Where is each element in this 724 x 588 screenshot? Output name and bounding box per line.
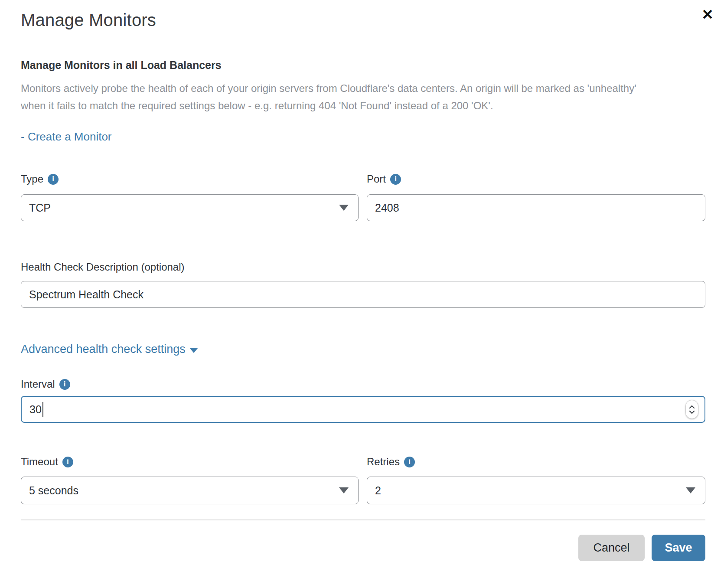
info-icon[interactable]: i <box>404 457 415 467</box>
advanced-settings-label: Advanced health check settings <box>21 343 186 356</box>
interval-label: Interval <box>21 378 55 390</box>
type-label-row: Type i <box>21 173 59 185</box>
interval-label-row: Interval i <box>21 378 70 390</box>
health-check-description-input[interactable] <box>21 281 705 308</box>
page-title: Manage Monitors <box>21 10 156 30</box>
timeout-label-row: Timeout i <box>21 456 73 468</box>
info-icon[interactable]: i <box>390 174 401 185</box>
chevron-down-icon <box>339 205 349 211</box>
close-button[interactable]: ✕ <box>698 5 717 24</box>
type-select-value: TCP <box>29 202 51 214</box>
timeout-label: Timeout <box>21 456 58 468</box>
port-label-row: Port i <box>367 173 401 185</box>
create-monitor-link[interactable]: - Create a Monitor <box>21 130 112 144</box>
timeout-select[interactable]: 5 seconds <box>21 477 359 504</box>
retries-select-value: 2 <box>375 484 381 497</box>
retries-label: Retries <box>367 456 400 468</box>
port-input[interactable] <box>367 194 705 221</box>
description-label-row: Health Check Description (optional) <box>21 261 185 273</box>
port-label: Port <box>367 173 386 185</box>
type-select[interactable]: TCP <box>21 194 359 221</box>
chevron-down-icon <box>189 348 198 353</box>
retries-label-row: Retries i <box>367 456 415 468</box>
type-label: Type <box>21 173 43 185</box>
description-label: Health Check Description (optional) <box>21 261 185 273</box>
footer-divider <box>21 519 705 520</box>
save-button[interactable]: Save <box>652 535 705 561</box>
stepper-up-icon[interactable] <box>689 405 695 409</box>
number-stepper[interactable] <box>685 400 698 419</box>
interval-input[interactable] <box>21 396 705 423</box>
section-heading: Manage Monitors in all Load Balancers <box>21 59 222 72</box>
info-icon[interactable]: i <box>48 174 59 185</box>
advanced-settings-toggle[interactable]: Advanced health check settings <box>21 343 198 356</box>
close-icon: ✕ <box>701 7 714 23</box>
interval-field <box>21 396 705 423</box>
retries-select[interactable]: 2 <box>367 477 705 504</box>
chevron-down-icon <box>339 487 349 493</box>
timeout-select-value: 5 seconds <box>29 484 78 497</box>
info-icon[interactable]: i <box>59 379 70 390</box>
stepper-down-icon[interactable] <box>689 410 695 414</box>
text-cursor <box>42 402 43 417</box>
cancel-button[interactable]: Cancel <box>578 535 645 561</box>
section-description: Monitors actively probe the health of ea… <box>21 80 655 114</box>
info-icon[interactable]: i <box>62 457 73 467</box>
chevron-down-icon <box>686 487 695 493</box>
